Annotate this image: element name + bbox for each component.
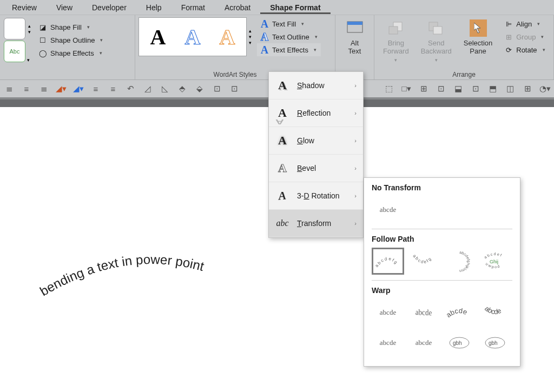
wordart-gallery[interactable]: A A A	[138, 17, 247, 56]
shape-fill-button[interactable]: ◪Shape Fill	[35, 21, 106, 34]
t2-icon[interactable]: ⬘	[176, 83, 188, 95]
group-button[interactable]: ⊞Group	[501, 30, 548, 43]
menu-review[interactable]: Review	[2, 1, 47, 14]
svg-text:a b c d e f g: a b c d e f g	[374, 256, 399, 268]
rotation-effect-icon: A	[275, 188, 288, 204]
t2-icon[interactable]: ≡	[107, 83, 119, 95]
warp-thumb-1[interactable]: abcde	[372, 299, 404, 326]
svg-text:gbh: gbh	[489, 340, 498, 346]
t2-icon[interactable]: ⊡	[228, 83, 240, 95]
follow-path-circle[interactable]: abcdefghijklmn	[443, 248, 476, 275]
svg-text:gbh: gbh	[453, 340, 462, 346]
wordart-thumb-1[interactable]: A	[142, 21, 174, 52]
align-button[interactable]: ⊫Align	[501, 17, 548, 30]
wordart-group: A A A ▴ ▾ ▾ AText Fill AText Outline ATe…	[135, 15, 335, 79]
warp-thumb-2[interactable]: abcde	[407, 296, 440, 329]
bevel-effect-icon: A	[275, 161, 289, 175]
t2-icon[interactable]: ⬚	[383, 83, 395, 95]
t2-icon[interactable]: ≡	[90, 83, 102, 95]
t2-icon[interactable]: ◢▾	[72, 83, 84, 95]
te-transform-item[interactable]: abc Transform›	[269, 210, 363, 237]
menu-view[interactable]: View	[47, 1, 82, 14]
te-bevel-item[interactable]: A Bevel›	[269, 155, 363, 182]
t2-icon[interactable]: □▾	[400, 83, 412, 95]
follow-path-arch-down[interactable]: a b c d e f g	[407, 248, 440, 275]
t2-icon[interactable]: ◔▾	[539, 83, 551, 95]
send-backward-icon	[427, 19, 445, 37]
svg-text:a b c d e f: a b c d e f	[484, 252, 503, 260]
selection-pane-button[interactable]: Selection Pane	[458, 17, 498, 57]
t2-icon[interactable]: ◢▾	[55, 83, 67, 95]
t2-icon[interactable]: ◿	[142, 83, 154, 95]
shapes-group-label	[3, 77, 131, 78]
alt-text-button[interactable]: Alt Text	[339, 17, 371, 57]
t2-icon[interactable]: ◫	[504, 83, 516, 95]
wa-expand-icon[interactable]: ▾	[249, 40, 252, 45]
menu-bar: Review View Developer Help Format Acroba…	[0, 0, 554, 15]
warp-thumb-7[interactable]: gbh	[443, 329, 476, 356]
glow-effect-icon: A	[275, 134, 289, 148]
menu-developer[interactable]: Developer	[82, 1, 136, 14]
text-fill-button[interactable]: AText Fill	[257, 17, 321, 30]
svg-rect-5	[433, 26, 442, 34]
menu-acrobat[interactable]: Acrobat	[215, 1, 260, 14]
svg-rect-3	[389, 26, 398, 34]
t2-icon[interactable]: ≣	[3, 83, 15, 95]
warp-thumb-4[interactable]: abcde	[479, 299, 511, 326]
group-icon: ⊞	[504, 32, 513, 41]
t2-icon[interactable]: ⬓	[452, 83, 464, 95]
t2-icon[interactable]: ⊞	[418, 83, 430, 95]
chevron-down-icon[interactable]: ▾	[28, 29, 31, 35]
menu-help[interactable]: Help	[136, 1, 172, 14]
chevron-up-icon[interactable]: ▴	[28, 23, 31, 29]
text-effects-icon: A	[260, 45, 269, 54]
svg-text:abcdefghijklmn: abcdefghijklmn	[459, 250, 471, 272]
t2-icon[interactable]: ⊡	[470, 83, 482, 95]
t2-icon[interactable]: ⊡	[211, 83, 223, 95]
t2-icon[interactable]: ◺	[159, 83, 171, 95]
send-backward-button[interactable]: Send Backward▾	[416, 17, 457, 65]
shape-thumb-1[interactable]	[4, 18, 25, 39]
text-effects-button[interactable]: AText Effects	[257, 43, 321, 56]
menu-shape-format[interactable]: Shape Format	[260, 1, 330, 14]
warp-thumb-6[interactable]: abcde	[406, 329, 441, 355]
shape-effects-button[interactable]: ◯Shape Effects	[35, 46, 106, 59]
menu-format[interactable]: Format	[172, 1, 215, 14]
warp-thumb-5[interactable]: abcde	[371, 330, 405, 357]
shape-thumb-preview[interactable]: Abc	[4, 41, 25, 62]
te-reflection-item[interactable]: AA Reflection›	[269, 99, 363, 127]
t2-icon[interactable]: ≣	[38, 83, 50, 95]
wa-chevron-down-icon[interactable]: ▾	[249, 34, 252, 39]
t2-icon[interactable]: ↶	[124, 83, 136, 95]
arrange-group: Bring Forward▾ Send Backward▾ Selection …	[374, 15, 554, 79]
transform-effect-icon: abc	[275, 216, 289, 230]
t2-icon[interactable]: ⬙	[194, 83, 206, 95]
expand-icon[interactable]: ▾	[27, 57, 30, 63]
shadow-effect-icon: A	[275, 78, 289, 92]
shape-outline-button[interactable]: ☐Shape Outline	[35, 34, 106, 46]
follow-path-button[interactable]: a b c d e fGhiju w p o d	[479, 248, 511, 275]
no-transform-thumb[interactable]: abcde	[372, 196, 404, 223]
rotate-button[interactable]: ⟳Rotate	[501, 43, 548, 56]
te-shadow-item[interactable]: A Shadow›	[269, 72, 363, 99]
wordart-thumb-3[interactable]: A	[212, 21, 243, 52]
bring-forward-button[interactable]: Bring Forward▾	[378, 17, 414, 65]
text-outline-button[interactable]: AText Outline	[257, 30, 321, 43]
text-effects-dropdown: A Shadow› AA Reflection› A Glow› A Bevel…	[268, 71, 364, 238]
wa-chevron-up-icon[interactable]: ▴	[249, 28, 252, 34]
accessibility-group: Alt Text bility	[335, 15, 374, 79]
warp-thumb-3[interactable]: abcde	[443, 299, 476, 326]
te-3drotation-item[interactable]: A 3-D Rotation›	[269, 182, 363, 210]
svg-text:bending a text in power point: bending a text in power point	[37, 252, 206, 298]
ribbon: ▴ ▾ Abc ▾ ◪Shape Fill ☐Shape Outline ◯Sh…	[0, 15, 554, 80]
t2-icon[interactable]: ≡	[21, 83, 32, 95]
warp-thumb-8[interactable]: gbh	[479, 329, 511, 356]
t2-icon[interactable]: ⊡	[435, 83, 447, 95]
te-glow-item[interactable]: A Glow›	[269, 127, 363, 155]
curved-wordart-text[interactable]: bending a text in power point	[32, 237, 271, 315]
wordart-thumb-2[interactable]: A	[177, 21, 208, 52]
t2-icon[interactable]: ⬒	[487, 83, 499, 95]
shapes-group: ▴ ▾ Abc ▾ ◪Shape Fill ☐Shape Outline ◯Sh…	[0, 15, 135, 79]
follow-path-arch-up[interactable]: a b c d e f g	[372, 248, 404, 275]
t2-icon[interactable]: ⊞	[522, 83, 533, 95]
